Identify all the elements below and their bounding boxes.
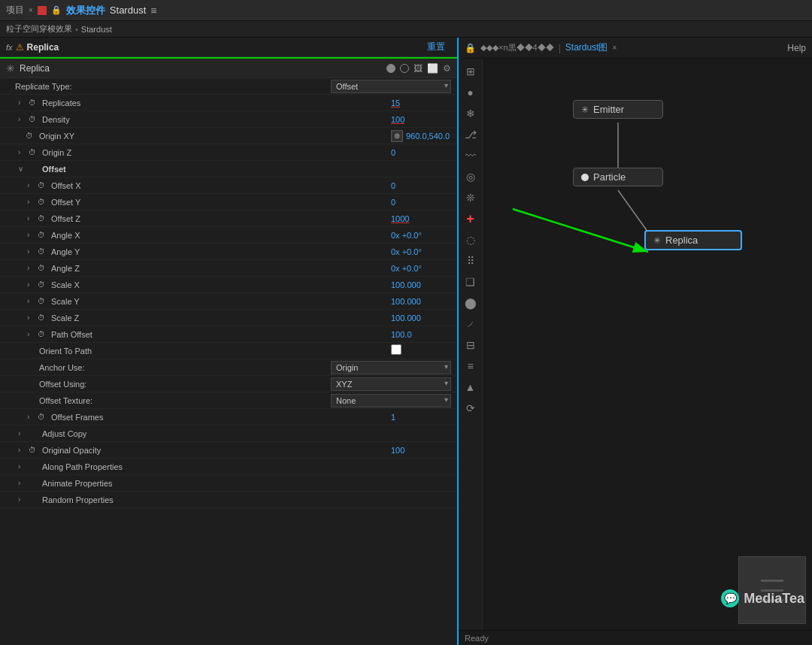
status-bar: Ready bbox=[459, 630, 812, 645]
clock-icon: ⏱ bbox=[38, 231, 48, 239]
ctrl-gear-icon[interactable]: ⚙ bbox=[443, 63, 451, 74]
prop-arrow-icon: ∨ bbox=[18, 165, 26, 173]
emitter-node[interactable]: ✳ Emitter bbox=[573, 100, 663, 119]
prop-row[interactable]: ›⏱Scale X100.000 bbox=[0, 277, 457, 293]
cube-icon[interactable]: ❑ bbox=[460, 272, 481, 292]
prop-row[interactable]: ›⏱Angle Z0x +0.0° bbox=[0, 260, 457, 277]
connections-svg bbox=[483, 59, 812, 630]
prop-row[interactable]: ›Along Path Properties bbox=[0, 459, 457, 475]
prop-name: Scale X bbox=[51, 280, 391, 289]
left-panel: fx ⚠ Replica 重置 ✳ Replica 🖼 ⬜ ⚙ Replicat… bbox=[0, 38, 459, 645]
prop-arrow-icon: › bbox=[27, 264, 35, 272]
circle-icon[interactable]: ● bbox=[460, 83, 481, 102]
snow2-icon[interactable]: ❊ bbox=[460, 188, 481, 207]
dropdown-wrapper: OriginCenterCorner ▾ bbox=[331, 361, 451, 374]
svg-line-3 bbox=[513, 209, 648, 252]
node-canvas[interactable]: ⊞ ● ❄ ⎇ 〰 ◎ ❊ + ◌ ⠿ ❑ ⬤ ⟋ ⊟ ≡ ▲ ⟳ bbox=[459, 59, 812, 630]
prop-row[interactable]: ⏱Origin XY ⊕ 960.0,540.0 bbox=[0, 128, 457, 144]
ctrl-circle-empty[interactable] bbox=[400, 64, 409, 73]
dots-icon[interactable]: ⠿ bbox=[460, 251, 481, 271]
replicate-type-select[interactable]: Offset bbox=[331, 80, 451, 93]
prop-arrow-icon: › bbox=[18, 115, 26, 123]
prop-row[interactable]: ›⏱Path Offset100.0 bbox=[0, 326, 457, 343]
prop-row[interactable]: ›⏱Offset Z1000 bbox=[0, 210, 457, 227]
prop-row[interactable]: ∨Offset bbox=[0, 161, 457, 177]
branch-icon[interactable]: ⎇ bbox=[460, 125, 481, 144]
target-icon[interactable]: ◎ bbox=[460, 167, 481, 186]
ctrl-img-icon[interactable]: 🖼 bbox=[414, 63, 423, 74]
prop-name: Angle X bbox=[51, 231, 391, 240]
crosshair-button[interactable]: ⊕ bbox=[391, 130, 403, 142]
replica-node[interactable]: ✳ Replica bbox=[644, 230, 742, 250]
dotted-circle-icon[interactable]: ◌ bbox=[460, 230, 481, 250]
main-content: fx ⚠ Replica 重置 ✳ Replica 🖼 ⬜ ⚙ Replicat… bbox=[0, 38, 812, 645]
stardust-tab-label[interactable]: Stardust图 bbox=[565, 41, 608, 54]
prop-row[interactable]: ›⏱Original Opacity100 bbox=[0, 442, 457, 459]
prop-row[interactable]: ›Adjust Copy bbox=[0, 425, 457, 442]
prop-name: Origin Z bbox=[42, 148, 391, 157]
particle-label: Particle bbox=[593, 171, 626, 183]
prop-row[interactable]: ›⏱Offset Frames1 bbox=[0, 409, 457, 425]
prop-row[interactable]: ›⏱Replicates15 bbox=[0, 95, 457, 111]
prop-value: 100 bbox=[391, 446, 451, 455]
loop-icon[interactable]: ⟳ bbox=[460, 398, 481, 418]
particle-node[interactable]: Particle bbox=[573, 168, 663, 186]
prop-row[interactable]: Orient To Path bbox=[0, 343, 457, 359]
clock-icon: ⏱ bbox=[38, 297, 48, 305]
prop-row[interactable]: ›⏱Offset Y0 bbox=[0, 194, 457, 210]
prop-row[interactable]: ›Animate Properties bbox=[0, 475, 457, 492]
ctrl-rect-icon[interactable]: ⬜ bbox=[427, 63, 438, 74]
prop-name: Animate Properties bbox=[42, 479, 391, 488]
warning-icon: ⚠ bbox=[16, 42, 24, 53]
grid-icon[interactable]: ⊞ bbox=[460, 62, 481, 81]
prop-value: 15 bbox=[391, 98, 451, 108]
bars-icon[interactable]: ≡ bbox=[460, 356, 481, 376]
prop-dropdown[interactable]: OriginCenterCorner bbox=[331, 361, 451, 374]
prop-dropdown[interactable]: XYZXYZ bbox=[331, 377, 451, 391]
clock-icon: ⏱ bbox=[38, 247, 48, 256]
clock-icon: ⏱ bbox=[38, 280, 48, 289]
orient-path-checkbox[interactable] bbox=[391, 344, 401, 355]
snowflake-icon[interactable]: ❄ bbox=[460, 104, 481, 123]
prop-name: Replicates bbox=[42, 98, 391, 108]
prop-row[interactable]: ›⏱Scale Z100.000 bbox=[0, 310, 457, 326]
clock-icon: ⏱ bbox=[29, 446, 39, 454]
replica-fx-label: Replica bbox=[27, 42, 418, 53]
prop-name: Orient To Path bbox=[39, 347, 391, 356]
prop-row[interactable]: ›Random Properties bbox=[0, 492, 457, 508]
project-close[interactable]: × bbox=[29, 6, 33, 14]
wave-icon[interactable]: 〰 bbox=[460, 146, 481, 165]
prop-arrow-icon: › bbox=[27, 313, 35, 322]
sphere-icon[interactable]: ⬤ bbox=[460, 293, 481, 313]
replica-section-icon: ✳ bbox=[6, 62, 15, 74]
menu-icon[interactable]: ≡ bbox=[150, 5, 156, 17]
prop-row[interactable]: ›⏱Origin Z0 bbox=[0, 144, 457, 161]
prop-name: Offset Y bbox=[51, 198, 391, 207]
prop-row[interactable]: ›⏱Scale Y100.000 bbox=[0, 293, 457, 310]
origin-xy-value: ⊕ 960.0,540.0 bbox=[391, 130, 451, 142]
stardust-tab-close[interactable]: × bbox=[613, 44, 617, 52]
prop-row[interactable]: ›⏱Density100 bbox=[0, 111, 457, 128]
prop-row[interactable]: ›⏱Angle Y0x +0.0° bbox=[0, 244, 457, 260]
prop-row[interactable]: Offset Texture: NoneLayer ▾ bbox=[0, 392, 457, 409]
ctrl-circle-filled[interactable] bbox=[386, 64, 395, 73]
reset-button[interactable]: 重置 bbox=[421, 41, 451, 53]
slash-icon[interactable]: ⟋ bbox=[460, 314, 481, 334]
prop-row[interactable]: ›⏱Angle X0x +0.0° bbox=[0, 227, 457, 244]
prop-dropdown[interactable]: NoneLayer bbox=[331, 394, 451, 407]
add-icon[interactable]: + bbox=[460, 209, 481, 229]
prop-name: Offset Frames bbox=[51, 413, 391, 422]
prop-arrow-icon: › bbox=[27, 330, 35, 338]
properties-list: ›⏱Replicates15›⏱Density100⏱Origin XY ⊕ 9… bbox=[0, 95, 457, 645]
mini-line-1 bbox=[761, 580, 783, 582]
prop-value: 0x +0.0° bbox=[391, 231, 451, 240]
prop-row[interactable]: Anchor Use: OriginCenterCorner ▾ bbox=[0, 359, 457, 376]
help-button[interactable]: Help bbox=[787, 43, 806, 53]
table-icon[interactable]: ⊟ bbox=[460, 335, 481, 355]
prop-row[interactable]: Offset Using: XYZXYZ ▾ bbox=[0, 376, 457, 392]
prop-name: Angle Z bbox=[51, 264, 391, 273]
triangle-icon[interactable]: ▲ bbox=[460, 377, 481, 397]
clock-icon: ⏱ bbox=[29, 148, 39, 156]
prop-row[interactable]: ›⏱Offset X0 bbox=[0, 177, 457, 194]
dropdown-wrapper: NoneLayer ▾ bbox=[331, 394, 451, 407]
